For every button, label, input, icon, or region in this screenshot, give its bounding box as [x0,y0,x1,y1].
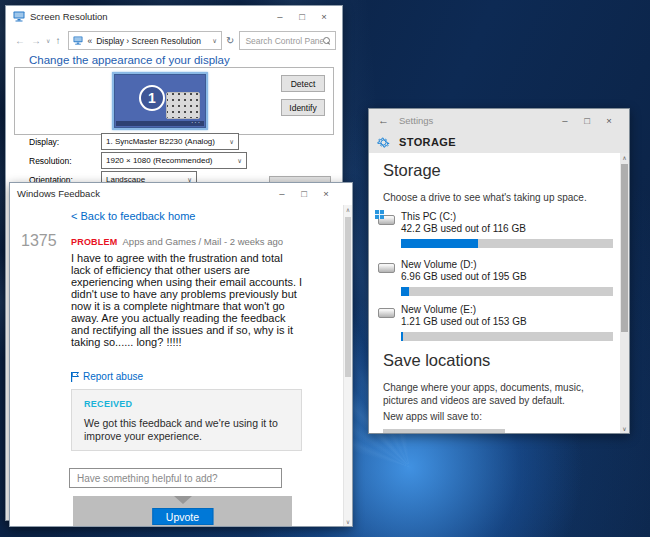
search-box[interactable] [239,31,336,50]
scrollbar-thumb[interactable] [345,217,351,377]
storage-heading: Storage [383,161,441,180]
address-caret-icon[interactable]: ∨ [212,37,217,45]
flag-icon [71,372,79,382]
drive-usage: 42.2 GB used out of 116 GB [401,223,615,235]
new-apps-dropdown[interactable]: This PC (C:) ∨ [383,429,505,434]
vote-count: 1375 [21,232,57,250]
up-arrow-icon[interactable]: ↑ [52,35,63,46]
received-status-box: RECEIVED We got this feedback and we're … [71,389,302,451]
window-title: Windows Feedback [17,188,100,199]
scroll-up-icon[interactable]: ∧ [620,154,629,161]
feedback-scrollbar[interactable]: ∧ ∨ [343,205,352,526]
drive-icon [378,215,395,225]
vote-footer-panel: Upvote [73,496,292,527]
feedback-category-age: Apps and Games / Mail - 2 weeks ago [123,236,284,247]
maximize-button[interactable]: □ [293,188,315,199]
monitor-icon [13,11,25,22]
resolution-dropdown[interactable]: 1920 × 1080 (Recommended) ∨ [101,152,247,169]
search-icon [323,37,330,44]
drive-usage-bar [401,239,613,248]
window-title: Screen Resolution [30,11,108,22]
close-button[interactable]: × [313,11,335,22]
page-heading: Change the appearance of your display [29,54,230,66]
received-text: We got this feedback and we're using it … [84,417,289,443]
drive-item-c[interactable]: This PC (C:) 42.2 GB used out of 116 GB [377,211,615,248]
drive-name: New Volume (E:) [401,304,615,316]
drive-name: This PC (C:) [401,211,615,223]
drive-icon [378,263,395,273]
save-locations-subtext: Change where your apps, documents, music… [383,381,615,407]
back-arrow-icon[interactable]: ← [12,35,28,46]
storage-subtext: Choose a drive to see what's taking up s… [383,191,587,204]
keypad-graphic [166,92,200,119]
drive-item-e[interactable]: New Volume (E:) 1.21 GB used out of 153 … [377,304,615,341]
resolution-label: Resolution: [29,156,72,166]
drive-item-d[interactable]: New Volume (D:) 6.96 GB used out of 195 … [377,259,615,296]
save-locations-heading: Save locations [383,351,490,370]
display-preview-box: 1 ··· Detect Identify [14,67,334,135]
drive-usage-bar [401,332,613,341]
screen-resolution-titlebar[interactable]: Screen Resolution – □ × [6,6,342,27]
display-label: Display: [29,137,59,147]
detect-button[interactable]: Detect [281,75,325,92]
windows-feedback-window: Windows Feedback – □ × < Back to feedbac… [9,182,353,527]
search-input[interactable] [245,36,323,46]
breadcrumb-collapsed[interactable]: « [87,36,92,46]
scroll-down-icon[interactable]: ∨ [344,518,352,525]
identify-button[interactable]: Identify [281,99,325,116]
back-to-feedback-home-link[interactable]: < Back to feedback home [71,210,195,222]
new-apps-label: New apps will save to: [383,411,482,422]
refresh-icon[interactable]: ↻ [226,35,234,46]
bubble-tail-icon [174,496,192,504]
scroll-down-icon[interactable]: ∨ [620,425,629,432]
settings-header: ← Settings – □ × STORAGE [369,109,629,153]
problem-tag: PROBLEM [71,237,117,247]
maximize-button[interactable]: □ [291,11,313,22]
window-title: Settings [399,115,433,126]
monitor-taskbar-strip: ··· [116,121,204,126]
scrollbar-thumb[interactable] [621,164,628,332]
upvote-button[interactable]: Upvote [152,508,213,525]
drive-icon [378,308,395,318]
drive-usage: 1.21 GB used out of 153 GB [401,316,615,328]
feedback-body-text: I have to agree with the frustration and… [71,252,305,348]
report-abuse-label: Report abuse [83,371,143,382]
drive-usage-fill [401,332,403,341]
close-button[interactable]: × [315,188,337,199]
drive-usage: 6.96 GB used out of 195 GB [401,271,615,283]
resolution-dropdown-value: 1920 × 1080 (Recommended) [106,156,213,165]
display-dropdown[interactable]: 1. SyncMaster B2230 (Analog) ∨ [101,133,239,150]
chevron-down-icon: ∨ [237,157,242,165]
display-dropdown-value: 1. SyncMaster B2230 (Analog) [106,137,215,146]
page-title: STORAGE [399,136,456,148]
settings-scrollbar[interactable]: ∧ ∨ [620,153,629,433]
history-caret-icon[interactable]: ∨ [44,37,52,44]
address-bar[interactable]: « Display › Screen Resolution ∨ [68,31,222,50]
back-arrow-icon[interactable]: ← [378,114,389,126]
forward-arrow-icon[interactable]: → [28,35,44,46]
maximize-button[interactable]: □ [576,115,598,126]
minimize-button[interactable]: – [269,11,291,22]
address-monitor-icon [73,36,83,45]
close-button[interactable]: × [598,115,620,126]
feedback-meta: PROBLEM Apps and Games / Mail - 2 weeks … [71,236,283,247]
explorer-navbar: ← → ∨ ↑ « Display › Screen Resolution ∨ … [6,27,342,54]
settings-titlebar[interactable]: ← Settings – □ × [369,109,629,131]
minimize-button[interactable]: – [554,115,576,126]
minimize-button[interactable]: – [271,188,293,199]
monitor-number: 1 [139,85,165,111]
breadcrumb[interactable]: Display › Screen Resolution [96,36,208,46]
report-abuse-link[interactable]: Report abuse [71,371,143,382]
drive-name: New Volume (D:) [401,259,615,271]
settings-window: ← Settings – □ × STORAGE Storage Choose … [368,108,630,434]
feedback-titlebar[interactable]: Windows Feedback – □ × [10,183,352,204]
new-apps-dropdown-value: This PC (C:) [391,434,446,435]
comment-input[interactable] [69,468,282,488]
drive-usage-bar [401,287,613,296]
chevron-down-icon: ∨ [229,138,234,146]
desktop-wallpaper: Screen Resolution – □ × ← → ∨ ↑ « Displa… [0,0,650,537]
monitor-preview[interactable]: 1 ··· [112,72,208,130]
received-badge: RECEIVED [84,399,289,409]
scroll-up-icon[interactable]: ∧ [344,206,352,213]
windows-logo-icon [375,210,384,219]
